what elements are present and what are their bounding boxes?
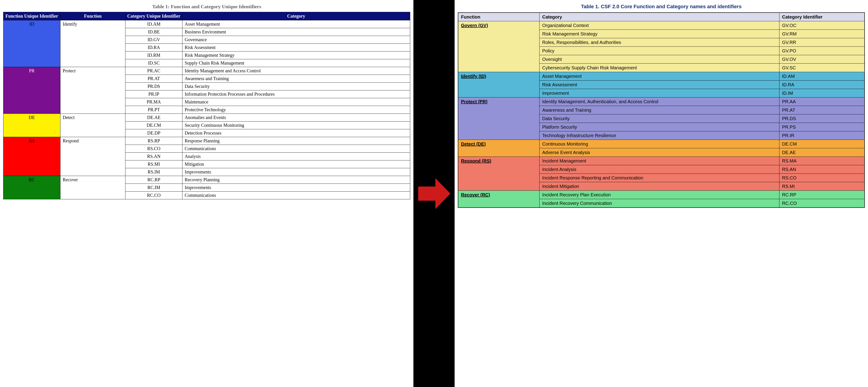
function-name-cell: Recover bbox=[60, 176, 125, 199]
table-row: Respond (RS)Incident ManagementRS.MA bbox=[458, 157, 865, 165]
category-name-cell: Data Security bbox=[539, 115, 779, 123]
category-name-cell: Risk Management Strategy bbox=[539, 30, 779, 38]
center-divider bbox=[413, 0, 455, 387]
left-header-cell: Category Unique Identifier bbox=[125, 12, 182, 20]
category-name-cell: Cybersecurity Supply Chain Risk Manageme… bbox=[539, 64, 779, 72]
category-name-cell: Technology Infrastructure Resilience bbox=[539, 131, 779, 140]
category-name-cell: Data Security bbox=[182, 83, 410, 90]
category-name-cell: Mitigation bbox=[182, 160, 410, 168]
category-uid-cell: RC.IM bbox=[125, 184, 182, 192]
category-name-cell: Recovery Planning bbox=[182, 176, 410, 184]
category-uid-cell: DE.CM bbox=[125, 122, 182, 129]
category-name-cell: Adverse Event Analysis bbox=[539, 148, 779, 157]
function-cell: Detect (DE) bbox=[458, 140, 539, 157]
category-uid-cell: RS.MI bbox=[125, 160, 182, 168]
function-uid-cell: DE bbox=[3, 114, 60, 137]
category-name-cell: Communications bbox=[182, 145, 410, 153]
category-name-cell: Awareness and Training bbox=[182, 75, 410, 83]
category-name-cell: Anomalies and Events bbox=[182, 114, 410, 122]
category-id-cell: ID.IM bbox=[779, 89, 865, 97]
category-id-cell: GV.RM bbox=[779, 30, 865, 38]
category-uid-cell: RS.AN bbox=[125, 153, 182, 160]
category-id-cell: RS.MI bbox=[779, 182, 865, 191]
table-row: Identify (ID)Asset ManagementID.AM bbox=[458, 72, 865, 80]
category-name-cell: Oversight bbox=[539, 55, 779, 64]
table-row: DEDetectDE.AEAnomalies and Events bbox=[3, 114, 410, 122]
right-panel: Table 1. CSF 2.0 Core Function and Categ… bbox=[455, 0, 868, 387]
category-id-cell: RC.RP bbox=[779, 191, 865, 199]
category-name-cell: Asset Management bbox=[182, 20, 410, 28]
category-id-cell: GV.OC bbox=[779, 21, 865, 30]
category-name-cell: Risk Assessment bbox=[539, 80, 779, 89]
table-row: RCRecoverRC.RPRecovery Planning bbox=[3, 176, 410, 184]
category-uid-cell: RS.RP bbox=[125, 137, 182, 145]
function-name-cell: Detect bbox=[60, 114, 125, 137]
category-name-cell: Incident Mitigation bbox=[539, 182, 779, 191]
function-cell: Respond (RS) bbox=[458, 157, 539, 191]
table-row: IDIdentifyID.AMAsset Management bbox=[3, 20, 410, 28]
category-name-cell: Identity Management, Authentication, and… bbox=[539, 97, 779, 106]
table-row: Govern (GV)Organizational ContextGV.OC bbox=[458, 21, 865, 30]
category-name-cell: Improvements bbox=[182, 168, 410, 176]
category-uid-cell: PR.DS bbox=[125, 83, 182, 90]
category-id-cell: RC.CO bbox=[779, 199, 865, 208]
function-name-cell: Identify bbox=[60, 20, 125, 67]
category-id-cell: RS.AN bbox=[779, 165, 865, 174]
category-uid-cell: PR.IP bbox=[125, 90, 182, 98]
category-name-cell: Incident Recovery Communication bbox=[539, 199, 779, 208]
category-name-cell: Business Environment bbox=[182, 28, 410, 36]
table-row: PRProtectPR.ACIdentity Management and Ac… bbox=[3, 67, 410, 75]
left-header-cell: Function Unique Identifier bbox=[3, 12, 60, 20]
category-id-cell: GV.RR bbox=[779, 38, 865, 47]
category-name-cell: Governance bbox=[182, 36, 410, 44]
category-uid-cell: ID.SC bbox=[125, 59, 182, 67]
table-row: Protect (PR)Identity Management, Authent… bbox=[458, 97, 865, 106]
category-uid-cell: DE.DP bbox=[125, 129, 182, 137]
category-uid-cell: ID.GV bbox=[125, 36, 182, 44]
category-uid-cell: ID.RM bbox=[125, 52, 182, 59]
category-name-cell: Incident Analysis bbox=[539, 165, 779, 174]
function-uid-cell: ID bbox=[3, 20, 60, 67]
category-name-cell: Response Planning bbox=[182, 137, 410, 145]
right-table: FunctionCategoryCategory Identifier Gove… bbox=[458, 12, 865, 208]
function-cell: Recover (RC) bbox=[458, 191, 539, 208]
category-name-cell: Risk Assessment bbox=[182, 44, 410, 52]
category-uid-cell: PR.MA bbox=[125, 98, 182, 106]
category-name-cell: Organizational Context bbox=[539, 21, 779, 30]
category-id-cell: RS.CO bbox=[779, 174, 865, 182]
category-uid-cell: PR.AC bbox=[125, 67, 182, 75]
category-name-cell: Policy bbox=[539, 47, 779, 55]
table-row: Detect (DE)Continuous MonitoringDE.CM bbox=[458, 140, 865, 148]
category-name-cell: Information Protection Processes and Pro… bbox=[182, 90, 410, 98]
category-id-cell: PR.PS bbox=[779, 123, 865, 131]
category-id-cell: GV.SC bbox=[779, 64, 865, 72]
right-header-cell: Category Identifier bbox=[779, 12, 865, 21]
category-id-cell: DE.AE bbox=[779, 148, 865, 157]
function-name-cell: Respond bbox=[60, 137, 125, 176]
category-uid-cell: RC.RP bbox=[125, 176, 182, 184]
category-uid-cell: ID.BE bbox=[125, 28, 182, 36]
right-table-header-row: FunctionCategoryCategory Identifier bbox=[458, 12, 865, 21]
category-id-cell: PR.IR bbox=[779, 131, 865, 140]
category-name-cell: Incident Response Reporting and Communic… bbox=[539, 174, 779, 182]
left-table-header-row: Function Unique IdentifierFunctionCatego… bbox=[3, 12, 410, 20]
category-name-cell: Awareness and Training bbox=[539, 106, 779, 115]
category-name-cell: Risk Management Strategy bbox=[182, 52, 410, 59]
category-name-cell: Asset Management bbox=[539, 72, 779, 80]
category-name-cell: Continuous Monitoring bbox=[539, 140, 779, 148]
right-header-cell: Function bbox=[458, 12, 539, 21]
category-name-cell: Identity Management and Access Control bbox=[182, 67, 410, 75]
category-name-cell: Protective Technology bbox=[182, 106, 410, 114]
category-id-cell: ID.AM bbox=[779, 72, 865, 80]
category-uid-cell: PR.PT bbox=[125, 106, 182, 114]
category-name-cell: Analysis bbox=[182, 153, 410, 160]
category-id-cell: DE.CM bbox=[779, 140, 865, 148]
category-name-cell: Maintenance bbox=[182, 98, 410, 106]
category-name-cell: Communications bbox=[182, 192, 410, 199]
table-row: Recover (RC)Incident Recovery Plan Execu… bbox=[458, 191, 865, 199]
function-cell: Govern (GV) bbox=[458, 21, 539, 72]
category-id-cell: GV.PO bbox=[779, 47, 865, 55]
category-id-cell: PR.AA bbox=[779, 97, 865, 106]
category-id-cell: PR.AT bbox=[779, 106, 865, 115]
category-uid-cell: ID.RA bbox=[125, 44, 182, 52]
